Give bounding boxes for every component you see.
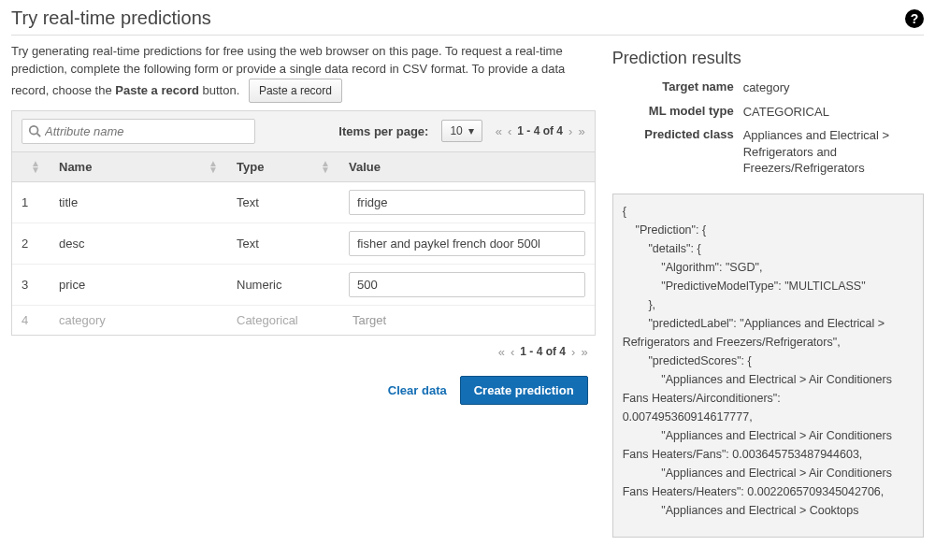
intro-tail: button. (199, 83, 239, 97)
items-per-page-select[interactable]: 10 ▾ (441, 120, 482, 142)
table-row: 4categoryCategoricalTarget (12, 305, 595, 335)
table-row: 3priceNumeric (12, 264, 595, 305)
model-type-value: CATEGORICAL (743, 104, 924, 121)
row-index: 1 (12, 181, 50, 223)
pager-last-icon[interactable]: » (581, 345, 587, 359)
pager-bottom: « ‹ 1 - 4 of 4 › » (11, 336, 596, 365)
row-type: Text (227, 223, 339, 264)
pager-range-bottom: 1 - 4 of 4 (520, 345, 566, 358)
col-header-type[interactable]: Type ▲▼ (227, 152, 339, 182)
row-index: 3 (12, 264, 50, 305)
row-name: title (50, 181, 227, 223)
col-header-value-label: Value (349, 160, 381, 174)
table-row: 1titleText (12, 181, 595, 223)
target-placeholder: Target (349, 313, 386, 327)
col-header-index[interactable]: ▲▼ (12, 152, 50, 182)
search-input[interactable] (41, 122, 249, 140)
svg-point-0 (30, 126, 38, 135)
row-value-cell: Target (339, 305, 595, 335)
search-icon (28, 124, 41, 137)
row-type: Numeric (227, 264, 339, 305)
pager-next-icon[interactable]: › (571, 345, 575, 359)
row-index: 4 (12, 305, 50, 335)
row-name: desc (50, 223, 227, 264)
prediction-json-output[interactable] (612, 194, 924, 538)
model-type-label: ML model type (612, 104, 743, 121)
row-value-input[interactable] (349, 231, 585, 256)
row-value-input[interactable] (349, 272, 585, 297)
caret-down-icon: ▾ (468, 124, 474, 137)
row-name: category (50, 305, 227, 335)
predicted-class-value: Appliances and Electrical > Refrigerator… (743, 127, 924, 177)
results-title: Prediction results (612, 49, 924, 68)
clear-data-button[interactable]: Clear data (388, 383, 447, 397)
pager-prev-icon[interactable]: ‹ (508, 124, 511, 138)
row-value-cell (339, 223, 595, 264)
col-header-name-label: Name (59, 160, 92, 174)
items-per-page-label: Items per page: (338, 124, 428, 138)
pager-last-icon[interactable]: » (578, 124, 584, 138)
col-header-type-label: Type (237, 160, 264, 174)
pager-first-icon[interactable]: « (496, 124, 502, 138)
pager-first-icon[interactable]: « (498, 345, 505, 359)
create-prediction-button[interactable]: Create prediction (460, 376, 588, 405)
sort-icon: ▲▼ (321, 160, 330, 173)
row-type: Categorical (227, 305, 339, 335)
row-index: 2 (12, 223, 50, 264)
row-value-cell (339, 181, 595, 223)
intro-text: Try generating real-time predictions for… (11, 43, 596, 103)
col-header-name[interactable]: Name ▲▼ (50, 152, 227, 182)
col-header-value: Value (339, 152, 595, 182)
items-per-page-value: 10 (450, 124, 462, 137)
target-name-label: Target name (612, 79, 743, 96)
intro-bold: Paste a record (115, 83, 199, 97)
sort-icon: ▲▼ (31, 160, 40, 173)
pager-range: 1 - 4 of 4 (517, 124, 563, 137)
attributes-table-container: Items per page: 10 ▾ « ‹ 1 - 4 of 4 › » (11, 110, 596, 336)
predicted-class-label: Predicted class (612, 127, 743, 177)
page-title: Try real-time predictions (11, 7, 211, 29)
svg-line-1 (37, 134, 41, 137)
search-wrap[interactable] (22, 119, 255, 144)
paste-record-button[interactable]: Paste a record (249, 79, 342, 103)
row-type: Text (227, 181, 339, 223)
target-name-value: category (743, 79, 924, 96)
help-icon[interactable]: ? (905, 9, 924, 28)
sort-icon: ▲▼ (209, 160, 218, 173)
table-row: 2descText (12, 223, 595, 264)
pager-next-icon[interactable]: › (568, 124, 572, 138)
row-name: price (50, 264, 227, 305)
pager-prev-icon[interactable]: ‹ (511, 345, 514, 359)
pager-top: « ‹ 1 - 4 of 4 › » (496, 124, 585, 138)
row-value-cell (339, 264, 595, 305)
attributes-table: ▲▼ Name ▲▼ Type ▲▼ Value (12, 152, 595, 335)
row-value-input[interactable] (349, 190, 585, 215)
